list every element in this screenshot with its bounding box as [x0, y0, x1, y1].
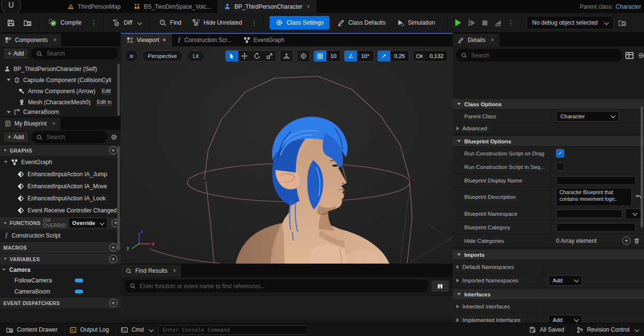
cmd-dropdown[interactable]: Cmd	[115, 323, 158, 336]
graphs-section-header[interactable]: GRAPHS +	[0, 144, 121, 156]
my-blueprint-search-input[interactable]	[45, 133, 102, 141]
variable-category-camera[interactable]: Camera	[0, 265, 121, 275]
scale-tool-button[interactable]	[263, 51, 276, 61]
rotation-snap-value[interactable]: 10°	[357, 51, 373, 61]
debug-browse-icon[interactable]	[618, 19, 627, 27]
grid-snap-value[interactable]: 10	[327, 51, 341, 61]
viewport-menu-button[interactable]: ≡	[125, 50, 138, 62]
my-blueprint-scrollbar[interactable]	[117, 146, 120, 250]
tab-my-blueprint[interactable]: My Blueprint ×	[0, 117, 60, 130]
expander-icon[interactable]	[457, 318, 459, 322]
camera-speed-value[interactable]: 0,132	[426, 51, 447, 61]
tree-row-arrow[interactable]: Arrow Component (Arrow) Edit	[0, 85, 121, 97]
parent-class-dropdown[interactable]: Character	[556, 111, 619, 122]
event-item-controller-changed[interactable]: Event Receive Controller Changed	[0, 204, 121, 216]
category-input[interactable]	[556, 223, 636, 232]
find-results-search[interactable]	[125, 280, 428, 292]
namespace-input[interactable]	[556, 210, 622, 218]
add-dispatcher-icon[interactable]: +	[109, 299, 117, 307]
play-icon[interactable]	[453, 18, 463, 28]
add-interface-dropdown[interactable]: Add	[548, 315, 582, 324]
play-options-icon[interactable]: ⋮	[507, 19, 515, 27]
edit-in-cpp-link[interactable]: Edit	[101, 88, 111, 94]
add-component-button[interactable]: + Add	[3, 48, 29, 59]
scale-snap-button[interactable]: ↗	[378, 51, 390, 61]
hide-unrelated-button[interactable]: Hide Unrelated	[189, 16, 245, 29]
tab-bs-twodimspace[interactable]: BS_TwoDimSpace_Voic...	[127, 0, 217, 13]
console-command-input[interactable]	[158, 325, 308, 335]
tab-details[interactable]: Details ×	[453, 34, 499, 46]
eject-icon[interactable]	[493, 18, 502, 28]
variable-type-pill[interactable]	[75, 290, 83, 294]
rotation-snap-button[interactable]: ∠	[344, 51, 357, 61]
close-icon[interactable]: ×	[52, 120, 56, 127]
tree-row-cameraboom[interactable]: CameraBoom	[0, 108, 121, 116]
tab-eventgraph[interactable]: EventGraph	[238, 34, 290, 46]
camera-speed-button[interactable]	[413, 51, 426, 61]
add-blueprint-item-button[interactable]: + Add	[3, 131, 29, 143]
event-item-move[interactable]: EnhancedInputAction IA_Move	[0, 180, 121, 192]
compile-button[interactable]: Compile	[45, 16, 85, 29]
save-button[interactable]	[5, 16, 17, 29]
tree-row-mesh[interactable]: Mesh (CharacterMesh0) Edit in	[0, 97, 121, 108]
find-button[interactable]: Find	[156, 16, 185, 29]
functions-section-header[interactable]: FUNCTIONS (34 OVERRID Override +	[0, 216, 121, 229]
expander-icon[interactable]	[7, 79, 11, 81]
class-settings-button[interactable]: Class Settings	[270, 16, 329, 29]
variable-cameraboom[interactable]: CameraBoom	[0, 286, 121, 297]
components-search[interactable]	[31, 48, 118, 59]
tab-bp-thirdpersoncharacter[interactable]: BP_ThirdPersonCharacter ×	[217, 0, 316, 13]
world-local-space-button[interactable]	[297, 50, 310, 62]
gear-icon[interactable]	[110, 133, 118, 141]
expander-icon[interactable]	[457, 305, 459, 308]
variables-section-header[interactable]: VARIABLES +	[0, 253, 121, 265]
close-icon[interactable]: ×	[491, 37, 494, 43]
display-name-input[interactable]	[556, 176, 636, 185]
gear-icon[interactable]	[637, 52, 644, 59]
viewport-canvas[interactable]: z x y ≡ Perspective Lit	[121, 46, 453, 264]
compile-options-icon[interactable]: ⋮	[89, 19, 98, 27]
move-tool-button[interactable]	[238, 51, 251, 61]
details-scrollbar[interactable]	[641, 107, 643, 227]
add-variable-icon[interactable]: +	[109, 255, 117, 263]
components-search-input[interactable]	[45, 50, 113, 57]
event-item-look[interactable]: EnhancedInputAction IA_Look	[0, 192, 121, 204]
imports-header[interactable]: Imports	[453, 250, 644, 260]
details-search-input[interactable]	[470, 52, 617, 59]
revision-control-button[interactable]: Revision Control	[571, 323, 644, 336]
event-dispatchers-section-header[interactable]: EVENT DISPATCHERS +	[0, 297, 121, 308]
eventgraph-item[interactable]: EventGraph	[0, 156, 121, 168]
event-item-jump[interactable]: EnhancedInputAction IA_Jump	[0, 168, 121, 180]
expander-icon[interactable]	[457, 265, 459, 269]
output-log-button[interactable]: Output Log	[64, 323, 114, 336]
find-references-input[interactable]	[139, 282, 423, 290]
override-dropdown[interactable]: Override	[69, 218, 108, 228]
tab-thirdpersonmap[interactable]: ThirdPersonMap	[61, 0, 127, 13]
content-drawer-button[interactable]: Content Drawer	[0, 323, 63, 336]
close-icon[interactable]: ×	[162, 37, 166, 43]
tab-components[interactable]: Components ×	[0, 34, 61, 46]
close-icon[interactable]: ×	[53, 37, 57, 43]
rotate-tool-button[interactable]	[251, 51, 263, 61]
edit-in-cpp-link[interactable]: Edit in	[97, 99, 112, 105]
grid-snap-button[interactable]	[314, 51, 327, 61]
browse-asset-button[interactable]	[21, 16, 34, 29]
run-in-sequencer-checkbox[interactable]	[556, 163, 564, 171]
stop-icon[interactable]	[481, 19, 489, 27]
variable-type-pill[interactable]	[75, 279, 83, 282]
surface-snapping-button[interactable]	[280, 50, 293, 62]
construction-script-item[interactable]: ƒ Construction Script	[0, 229, 121, 241]
variable-followcamera[interactable]: FollowCamera	[0, 275, 121, 286]
find-in-blueprints-button[interactable]	[431, 280, 449, 292]
close-icon[interactable]: ×	[173, 267, 176, 274]
display-options-icon[interactable]	[625, 51, 634, 60]
blueprint-options-header[interactable]: Blueprint Options	[453, 136, 644, 147]
expander-icon[interactable]	[457, 126, 459, 130]
tab-viewport[interactable]: Viewport ×	[121, 34, 172, 46]
diff-button[interactable]: Diff	[109, 16, 144, 29]
close-tab-icon[interactable]: ×	[307, 3, 310, 10]
add-namespace-dropdown[interactable]: Add	[548, 275, 582, 286]
scale-snap-value[interactable]: 0,25	[390, 51, 409, 61]
macros-section-header[interactable]: MACROS +	[0, 241, 121, 253]
select-tool-button[interactable]	[226, 51, 238, 61]
